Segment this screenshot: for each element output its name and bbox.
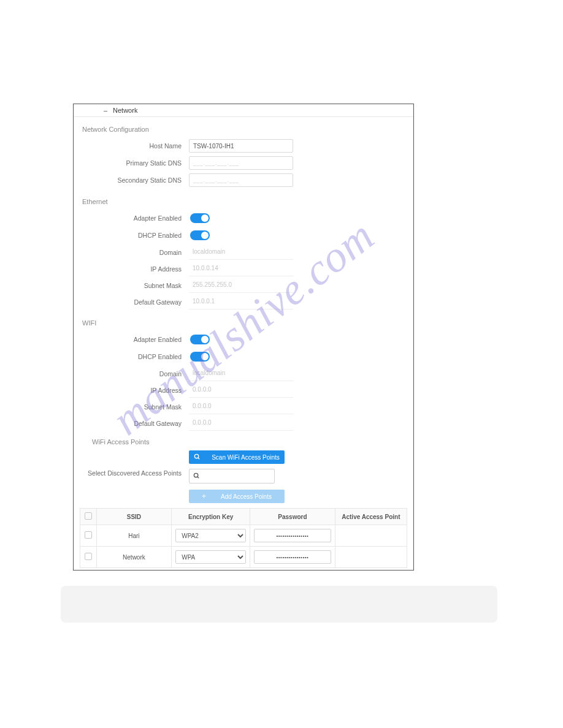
search-icon [193,472,200,480]
ssid-cell: Network [96,547,172,568]
wifi-dhcp-toggle[interactable] [190,352,210,362]
label-wifi-domain: Domain [74,370,189,377]
section-wifi-access-points: WiFi Access Points [74,432,413,448]
label-select-discovered: Select Discovered Access Points [74,466,189,477]
label-eth-dhcp-enabled: DHCP Enabled [74,232,189,239]
scan-wifi-button[interactable]: Scan WiFi Access Points [189,450,285,464]
label-wifi-subnet: Subnet Mask [74,403,189,411]
wifi-adapter-toggle[interactable] [190,335,210,344]
active-cell [335,525,407,547]
eth-ip-value: 10.0.0.14 [189,262,293,276]
label-wifi-adapter-enabled: Adapter Enabled [74,336,189,343]
label-wifi-gateway: Default Gateway [74,420,189,427]
add-ap-label: Add Access Points [221,493,272,500]
section-wifi: WIFI [74,311,413,330]
plus-icon: + [202,492,206,501]
row-checkbox[interactable] [85,553,92,560]
svg-point-0 [195,454,199,458]
table-row: Hari WPA2 [80,525,407,547]
eth-adapter-toggle[interactable] [190,213,210,223]
th-active: Active Access Point [335,509,407,525]
encryption-select[interactable]: WPA [175,550,246,564]
active-cell [335,547,407,568]
section-ethernet: Ethernet [74,189,413,209]
th-ssid: SSID [96,509,172,525]
label-wifi-ip: IP Address [74,387,189,394]
th-password: Password [250,509,335,525]
collapse-icon: – [103,107,108,114]
add-access-points-button[interactable]: + Add Access Points [189,490,285,503]
encryption-select[interactable]: WPA2 [175,529,246,542]
primary-dns-input[interactable] [189,156,293,170]
svg-point-2 [194,473,197,477]
eth-subnet-value: 255.255.255.0 [189,278,293,293]
label-eth-domain: Domain [74,249,189,256]
th-checkbox [80,509,97,525]
footer-placeholder [61,586,497,623]
password-input[interactable] [254,529,331,542]
eth-gateway-value: 10.0.0.1 [189,295,293,309]
label-eth-gateway: Default Gateway [74,298,189,306]
label-wifi-dhcp-enabled: DHCP Enabled [74,353,189,360]
network-settings-panel: – Network Network Configuration Host Nam… [73,104,414,571]
row-checkbox[interactable] [85,531,92,539]
eth-domain-value: localdomain [189,245,293,260]
section-network-config: Network Configuration [74,117,413,137]
table-row: Network WPA [80,547,407,568]
label-primary-dns: Primary Static DNS [74,159,189,167]
svg-line-1 [198,457,199,458]
table-action-bar: + Add ✕ Remove [80,570,407,571]
wifi-subnet-value: 0.0.0.0 [189,400,293,414]
host-name-input[interactable] [189,139,293,153]
eth-dhcp-toggle[interactable] [190,230,210,240]
wifi-domain-value: localdomain [189,366,293,381]
label-eth-adapter-enabled: Adapter Enabled [74,214,189,222]
discovered-ap-search[interactable] [189,469,275,483]
ssid-cell: Hari [96,525,172,547]
label-host-name: Host Name [74,142,189,150]
password-input[interactable] [254,550,331,564]
wifi-ip-value: 0.0.0.0 [189,383,293,398]
access-points-table: SSID Encryption Key Password Active Acce… [80,508,407,568]
search-icon [194,453,201,461]
select-all-checkbox[interactable] [85,512,92,520]
label-eth-subnet: Subnet Mask [74,282,189,289]
scan-wifi-label: Scan WiFi Access Points [212,454,280,461]
label-secondary-dns: Secondary Static DNS [74,176,189,184]
secondary-dns-input[interactable] [189,173,293,187]
svg-line-3 [197,476,199,477]
wifi-gateway-value: 0.0.0.0 [189,416,293,431]
accordion-title: Network [113,107,137,114]
accordion-header-network[interactable]: – Network [74,104,413,117]
th-encryption: Encryption Key [172,509,250,525]
label-eth-ip: IP Address [74,265,189,273]
